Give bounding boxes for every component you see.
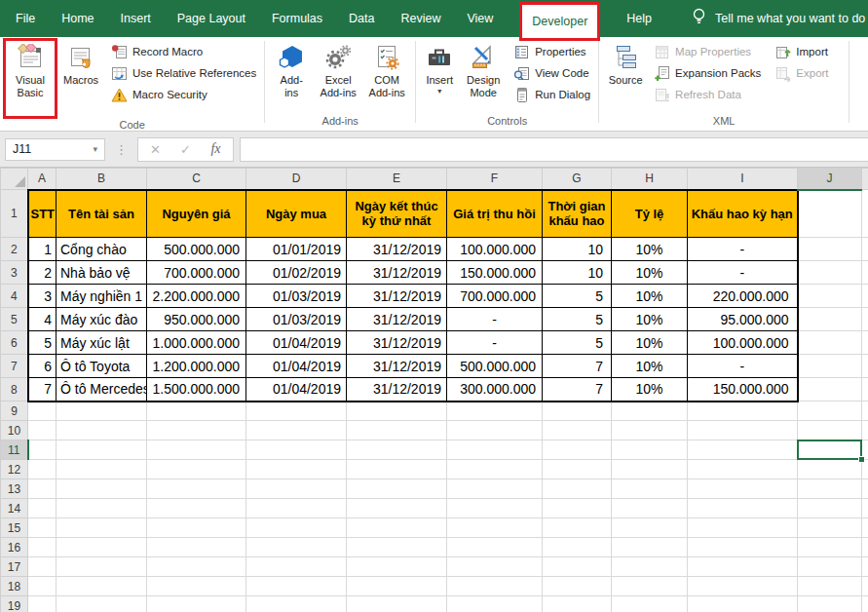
cell-D9[interactable] <box>246 402 347 421</box>
cell-B8[interactable]: Ô tô Mercedes <box>57 378 147 402</box>
cell-H19[interactable] <box>612 596 688 612</box>
add-ins-button[interactable]: Add-ins <box>269 39 314 99</box>
cell-G15[interactable] <box>543 518 612 538</box>
cell-C18[interactable] <box>147 577 246 596</box>
cell-A12[interactable] <box>28 460 57 479</box>
cell-I5[interactable]: 95.000.000 <box>688 308 798 331</box>
cell-B2[interactable]: Cổng chào <box>57 238 147 261</box>
tab-help[interactable]: Help <box>626 12 652 25</box>
excel-add-ins-button[interactable]: Excel Add-ins <box>314 39 362 99</box>
cell-G11[interactable] <box>543 440 612 460</box>
cell-I16[interactable] <box>688 538 798 557</box>
cell-A4[interactable]: 3 <box>28 285 57 308</box>
cell-G10[interactable] <box>543 421 612 440</box>
cell-A7[interactable]: 6 <box>28 355 57 378</box>
cell-F18[interactable] <box>447 577 543 596</box>
cell-F9[interactable] <box>447 402 543 421</box>
cell-I11[interactable] <box>688 440 798 460</box>
cell-H15[interactable] <box>612 518 688 538</box>
cell-E13[interactable] <box>347 479 447 499</box>
cell-H1[interactable]: Tỷ lệ <box>612 190 688 238</box>
row-header-12[interactable]: 12 <box>1 460 28 479</box>
cell-G2[interactable]: 10 <box>543 238 612 261</box>
cell-B12[interactable] <box>57 460 147 479</box>
cell-A13[interactable] <box>28 479 57 499</box>
column-header-C[interactable]: C <box>147 169 246 190</box>
cell-J17[interactable] <box>798 557 862 577</box>
cell-A17[interactable] <box>28 557 57 577</box>
tab-home[interactable]: Home <box>61 12 94 25</box>
cell-A19[interactable] <box>28 596 57 612</box>
cell-H16[interactable] <box>612 538 688 557</box>
cell-G6[interactable]: 5 <box>543 331 612 355</box>
cell-J14[interactable] <box>798 499 862 518</box>
cell-G7[interactable]: 7 <box>543 355 612 378</box>
cell-E11[interactable] <box>347 440 447 460</box>
use-relative-references-button[interactable]: Use Relative References <box>111 64 256 82</box>
cell-A14[interactable] <box>28 499 57 518</box>
cell-E9[interactable] <box>347 402 447 421</box>
tab-review[interactable]: Review <box>400 12 440 25</box>
row-header-14[interactable]: 14 <box>1 499 28 518</box>
cell-D7[interactable]: 01/04/2019 <box>246 355 347 378</box>
visual-basic-button[interactable]: Visual Basic <box>4 39 57 118</box>
tab-file[interactable]: File <box>16 12 35 25</box>
row-header-4[interactable]: 4 <box>1 285 28 308</box>
cell-E19[interactable] <box>347 596 447 612</box>
cell-D19[interactable] <box>246 596 347 612</box>
row-header-9[interactable]: 9 <box>1 402 28 421</box>
cell-J6[interactable] <box>798 331 862 355</box>
cell-E8[interactable]: 31/12/2019 <box>347 378 447 402</box>
cell-D15[interactable] <box>246 518 347 538</box>
cell-B18[interactable] <box>57 577 147 596</box>
row-header-16[interactable]: 16 <box>1 538 28 557</box>
cell-D16[interactable] <box>246 538 347 557</box>
column-header-G[interactable]: G <box>543 169 612 190</box>
cell-I1[interactable]: Khấu hao kỳ hạn <box>688 190 798 238</box>
run-dialog-button[interactable]: Run Dialog <box>513 86 590 103</box>
cell-G1[interactable]: Thời gian khấu hao <box>543 190 612 238</box>
cell-J15[interactable] <box>798 518 862 538</box>
cell-G3[interactable]: 10 <box>543 261 612 285</box>
tell-me-box[interactable]: Tell me what you want to do <box>692 8 865 29</box>
cell-C3[interactable]: 700.000.000 <box>147 261 246 285</box>
cell-B13[interactable] <box>57 479 147 499</box>
cell-A6[interactable]: 5 <box>28 331 57 355</box>
tab-insert[interactable]: Insert <box>121 12 151 25</box>
row-header-10[interactable]: 10 <box>1 421 28 440</box>
cell-B4[interactable]: Máy nghiền 1 <box>57 285 147 308</box>
cell-J19[interactable] <box>798 596 862 612</box>
cell-F8[interactable]: 300.000.000 <box>447 378 543 402</box>
cell-I8[interactable]: 150.000.000 <box>688 378 798 402</box>
row-header-8[interactable]: 8 <box>1 378 28 402</box>
cell-F4[interactable]: 700.000.000 <box>447 285 543 308</box>
cell-G13[interactable] <box>543 479 612 499</box>
cell-E12[interactable] <box>347 460 447 479</box>
cell-E2[interactable]: 31/12/2019 <box>347 238 447 261</box>
cell-H10[interactable] <box>612 421 688 440</box>
cell-F10[interactable] <box>447 421 543 440</box>
cell-B14[interactable] <box>57 499 147 518</box>
column-header-F[interactable]: F <box>447 169 543 190</box>
cell-C12[interactable] <box>147 460 246 479</box>
row-header-3[interactable]: 3 <box>1 261 28 285</box>
cell-D6[interactable]: 01/04/2019 <box>246 331 347 355</box>
cell-J12[interactable] <box>798 460 862 479</box>
cell-J1[interactable] <box>798 190 862 238</box>
cell-C15[interactable] <box>147 518 246 538</box>
cell-F17[interactable] <box>447 557 543 577</box>
cell-D8[interactable]: 01/04/2019 <box>246 378 347 402</box>
cell-C17[interactable] <box>147 557 246 577</box>
cell-I7[interactable]: - <box>688 355 798 378</box>
cell-E4[interactable]: 31/12/2019 <box>347 285 447 308</box>
cell-B9[interactable] <box>57 402 147 421</box>
tab-formulas[interactable]: Formulas <box>272 12 322 25</box>
cell-J10[interactable] <box>798 421 862 440</box>
cell-J13[interactable] <box>798 479 862 499</box>
cell-B7[interactable]: Ô tô Toyota <box>57 355 147 378</box>
cell-J18[interactable] <box>798 577 862 596</box>
cell-G5[interactable]: 5 <box>543 308 612 331</box>
cell-F2[interactable]: 100.000.000 <box>447 238 543 261</box>
cell-B16[interactable] <box>57 538 147 557</box>
cell-I4[interactable]: 220.000.000 <box>688 285 798 308</box>
